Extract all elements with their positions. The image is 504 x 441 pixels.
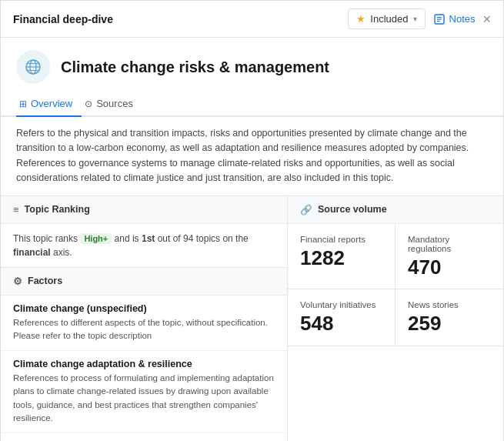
notes-label: Notes	[449, 13, 476, 25]
source-cell-news: News stories 259	[396, 289, 503, 346]
source-cell-mandatory: Mandatory regulations 470	[396, 224, 503, 290]
close-button[interactable]: ×	[482, 12, 491, 26]
topic-ranking-label: Topic Ranking	[25, 204, 90, 215]
source-cell-label: Financial reports	[300, 235, 382, 244]
factor-title: Climate change adaptation & resilience	[13, 359, 275, 369]
topic-icon-container	[16, 50, 50, 84]
rank-badge: High+	[80, 233, 112, 244]
factor-title: Climate change (unspecified)	[13, 303, 275, 314]
source-cell-value: 470	[408, 256, 491, 279]
source-cell-value: 259	[408, 312, 491, 335]
source-cell-label: Voluntary initiatives	[300, 300, 382, 309]
ranking-icon: ≡	[13, 204, 19, 215]
source-volume-label: Source volume	[318, 204, 387, 215]
topic-ranking-content: This topic ranks High+ and is 1st out of…	[1, 224, 287, 268]
source-grid: Financial reports 1282 Mandatory regulat…	[288, 224, 503, 346]
globe-icon	[24, 58, 42, 76]
source-volume-icon: 🔗	[300, 204, 312, 215]
notes-icon	[433, 13, 446, 25]
source-cell-value: 548	[300, 312, 382, 335]
header-controls: ★ Included ▾ Notes ×	[348, 8, 491, 29]
notes-button[interactable]: Notes	[433, 13, 476, 25]
tab-overview-label: Overview	[31, 98, 72, 109]
factors-icon: ⚙	[13, 276, 22, 287]
tab-overview[interactable]: ⊞ Overview	[16, 92, 82, 117]
source-cell-value: 1282	[300, 247, 382, 269]
topic-title: Climate change risks & management	[61, 58, 329, 76]
source-cell-label: Mandatory regulations	[408, 235, 491, 253]
left-panel: ≡ Topic Ranking This topic ranks High+ a…	[1, 196, 288, 442]
ranking-axis: financial	[13, 247, 51, 258]
right-panel: 🔗 Source volume Financial reports 1282 M…	[288, 196, 503, 442]
factors-label: Factors	[28, 276, 62, 286]
ranking-text-before: This topic ranks	[13, 233, 78, 244]
source-cell-voluntary: Voluntary initiatives 548	[288, 289, 396, 346]
source-volume-header: 🔗 Source volume	[288, 196, 503, 224]
included-dropdown[interactable]: ★ Included ▾	[348, 8, 425, 29]
topic-ranking-header: ≡ Topic Ranking	[1, 196, 287, 224]
ranking-text-after: out of 94 topics on the	[158, 233, 249, 244]
factor-item: Climate change (unspecified) References …	[1, 296, 287, 352]
topic-description: Refers to the physical and transition im…	[1, 117, 503, 196]
page-title: Financial deep-dive	[13, 13, 113, 25]
factor-item: Climate justice References to interconne…	[1, 433, 287, 441]
overview-tab-icon: ⊞	[19, 99, 27, 109]
factor-desc: References to different aspects of the t…	[13, 316, 275, 343]
ranking-text-end: axis.	[53, 247, 72, 258]
star-icon: ★	[356, 13, 365, 25]
main-content: ≡ Topic Ranking This topic ranks High+ a…	[1, 196, 503, 442]
factors-header: ⚙ Factors	[1, 268, 287, 296]
topic-header: Climate change risks & management	[1, 38, 503, 92]
source-cell-label: News stories	[408, 300, 491, 309]
sources-tab-icon: ⊙	[85, 99, 92, 109]
chevron-down-icon: ▾	[413, 15, 417, 23]
included-label: Included	[370, 13, 408, 25]
page-header: Financial deep-dive ★ Included ▾ Notes ×	[1, 1, 503, 38]
factor-desc: References to process of formulating and…	[13, 372, 275, 425]
tab-sources-label: Sources	[96, 98, 133, 109]
ranking-text-middle: and is	[115, 233, 139, 244]
tab-sources[interactable]: ⊙ Sources	[82, 92, 142, 117]
ranking-position: 1st	[142, 233, 155, 244]
factor-item: Climate change adaptation & resilience R…	[1, 351, 287, 433]
tab-bar: ⊞ Overview ⊙ Sources	[1, 92, 503, 117]
source-cell-financial: Financial reports 1282	[288, 224, 396, 290]
